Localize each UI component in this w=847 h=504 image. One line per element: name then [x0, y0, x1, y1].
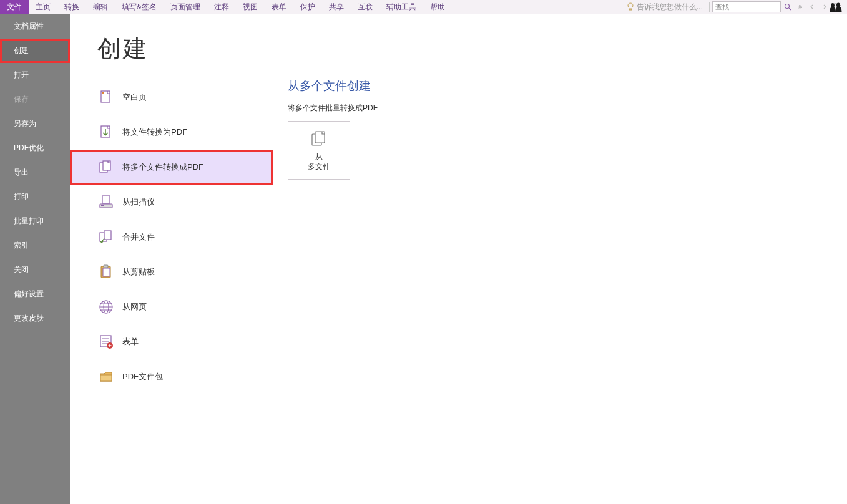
sidebar-item-9[interactable]: 索引: [0, 233, 70, 258]
nav-prev-icon[interactable]: [806, 0, 818, 14]
form-icon: [97, 333, 115, 351]
menubar-tab-8[interactable]: 表单: [265, 0, 293, 14]
menubar-spacer: [452, 0, 622, 14]
create-option-file-to-pdf[interactable]: 将文件转换为PDF: [70, 115, 273, 150]
svg-rect-8: [103, 161, 110, 170]
menubar-tab-6[interactable]: 注释: [207, 0, 236, 14]
web-icon: [97, 298, 115, 316]
menubar-tab-9[interactable]: 保护: [293, 0, 322, 14]
lightbulb-icon: [627, 2, 634, 11]
menubar-divider: [709, 2, 710, 12]
sidebar-item-3: 保存: [0, 87, 70, 112]
page-title: 创建: [70, 14, 273, 80]
search-input[interactable]: 查找: [712, 1, 781, 12]
clipboard-icon: [97, 263, 115, 281]
create-option-label: PDF文件包: [122, 371, 163, 382]
svg-point-3: [799, 6, 800, 7]
combine-icon: [97, 228, 115, 246]
settings-gear-icon[interactable]: [793, 0, 806, 14]
menubar-tab-11[interactable]: 互联: [351, 0, 379, 14]
from-multiple-files-button[interactable]: 从多文件: [288, 121, 350, 180]
sidebar-item-5[interactable]: PDF优化: [0, 136, 70, 160]
create-option-multi-file-to-pdf[interactable]: 将多个文件转换成PDF: [70, 150, 273, 185]
menubar-tab-1[interactable]: 主页: [29, 0, 57, 14]
menubar-tab-4[interactable]: 填写&签名: [115, 0, 164, 14]
menubar-tab-13[interactable]: 帮助: [423, 0, 452, 14]
tellme-search[interactable]: 告诉我您想做什么...: [622, 0, 708, 14]
scanner-icon: [97, 193, 115, 211]
detail-title: 从多个文件创建: [288, 78, 847, 94]
create-option-form[interactable]: 表单: [70, 324, 273, 359]
detail-subtitle: 将多个文件批量转换成PDF: [288, 103, 847, 114]
create-option-label: 将文件转换为PDF: [122, 127, 187, 138]
menubar-tab-0[interactable]: 文件: [0, 0, 29, 14]
create-option-clipboard[interactable]: 从剪贴板: [70, 254, 273, 289]
create-option-label: 将多个文件转换成PDF: [122, 162, 203, 173]
menubar-tab-3[interactable]: 编辑: [86, 0, 115, 14]
sidebar-item-12[interactable]: 更改皮肤: [0, 306, 70, 331]
sidebar-item-6[interactable]: 导出: [0, 160, 70, 185]
multi-file-to-pdf-icon: [97, 158, 115, 176]
sidebar-item-10[interactable]: 关闭: [0, 258, 70, 282]
create-options-panel: 创建 空白页将文件转换为PDF将多个文件转换成PDF从扫描仪合并文件从剪贴板从网…: [70, 14, 273, 504]
create-option-label: 空白页: [122, 92, 147, 103]
create-option-label: 合并文件: [122, 231, 155, 243]
file-menu-sidebar: 文档属性创建打开保存另存为PDF优化导出打印批量打印索引关闭偏好设置更改皮肤: [0, 14, 70, 504]
menubar-tab-5[interactable]: 页面管理: [164, 0, 207, 14]
create-option-portfolio[interactable]: PDF文件包: [70, 359, 273, 394]
create-option-label: 从网页: [122, 301, 147, 313]
create-option-label: 从扫描仪: [122, 196, 155, 208]
menubar: 文件主页转换编辑填写&签名页面管理注释视图表单保护共享互联辅助工具帮助 告诉我您…: [0, 0, 847, 14]
blank-page-icon: [97, 89, 115, 106]
sidebar-item-11[interactable]: 偏好设置: [0, 282, 70, 306]
svg-rect-16: [104, 265, 108, 268]
menubar-tab-10[interactable]: 共享: [322, 0, 351, 14]
create-option-web[interactable]: 从网页: [70, 289, 273, 324]
search-button[interactable]: [782, 0, 793, 14]
multi-document-icon: [309, 128, 329, 148]
user-silhouettes-icon[interactable]: [827, 0, 845, 13]
svg-rect-11: [101, 205, 104, 206]
create-option-combine[interactable]: 合并文件: [70, 220, 273, 254]
from-multiple-files-label: 从多文件: [308, 152, 330, 172]
svg-point-2: [798, 5, 801, 9]
create-option-scanner[interactable]: 从扫描仪: [70, 185, 273, 220]
svg-rect-13: [104, 231, 111, 240]
svg-rect-29: [100, 375, 112, 381]
svg-rect-31: [315, 132, 325, 143]
file-to-pdf-icon: [97, 124, 115, 141]
sidebar-item-2[interactable]: 打开: [0, 63, 70, 87]
create-option-blank-page[interactable]: 空白页: [70, 80, 273, 115]
search-icon: [784, 3, 791, 11]
svg-rect-9: [102, 196, 110, 203]
sidebar-item-1[interactable]: 创建: [0, 39, 70, 63]
sidebar-item-7[interactable]: 打印: [0, 185, 70, 209]
menubar-tab-12[interactable]: 辅助工具: [379, 0, 423, 14]
create-option-label: 从剪贴板: [122, 266, 155, 278]
create-option-label: 表单: [122, 336, 139, 347]
sidebar-item-0[interactable]: 文档属性: [0, 14, 70, 39]
sidebar-item-8[interactable]: 批量打印: [0, 209, 70, 233]
menubar-tab-2[interactable]: 转换: [57, 0, 86, 14]
sidebar-item-4[interactable]: 另存为: [0, 112, 70, 136]
svg-point-0: [785, 4, 790, 9]
svg-line-1: [789, 8, 791, 10]
menubar-tab-7[interactable]: 视图: [236, 0, 265, 14]
svg-rect-15: [103, 268, 110, 276]
tellme-text: 告诉我您想做什么...: [637, 2, 703, 12]
portfolio-icon: [97, 368, 115, 385]
detail-panel: 从多个文件创建 将多个文件批量转换成PDF 从多文件: [273, 14, 847, 504]
search-placeholder: 查找: [715, 2, 729, 12]
